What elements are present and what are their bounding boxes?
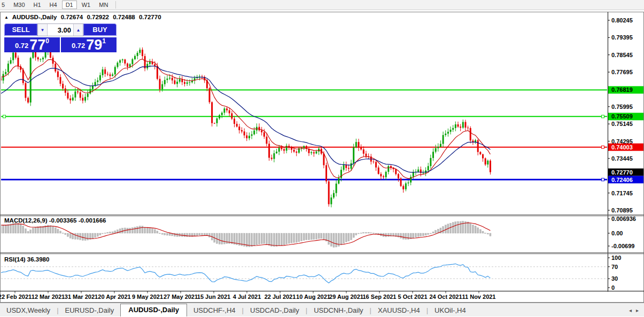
tab-scroll-right-icon[interactable]: ▸ xyxy=(636,307,639,313)
candle-body xyxy=(395,169,397,174)
hline-handle[interactable] xyxy=(602,178,604,181)
candle-body xyxy=(490,161,491,172)
candle-body xyxy=(159,79,161,89)
macd-histogram-bar xyxy=(460,221,461,233)
macd-histogram-bar xyxy=(298,233,300,242)
candle-body xyxy=(110,75,111,76)
macd-histogram-bar xyxy=(268,233,270,245)
macd-histogram-bar xyxy=(184,233,185,237)
candle-body xyxy=(219,115,220,118)
chart-tab-usdcnh-daily[interactable]: USDCNH-,Daily xyxy=(307,305,369,316)
macd-histogram-bar xyxy=(343,233,345,243)
rsi-pane[interactable] xyxy=(1,264,607,283)
chart-tab-ukoil-h4[interactable]: UKOil-,H4 xyxy=(428,305,472,316)
macd-pane[interactable] xyxy=(0,221,491,247)
macd-histogram-bar xyxy=(490,233,491,236)
tab-scroll-left-icon[interactable]: ◂ xyxy=(629,307,632,313)
candle-body xyxy=(223,108,225,113)
volume-decrement-button[interactable]: ▼ xyxy=(38,24,48,36)
macd-histogram-bar xyxy=(251,233,253,247)
macd-histogram-bar xyxy=(219,233,220,244)
macd-histogram-bar xyxy=(340,233,342,245)
sell-price-display[interactable]: 0.72 77 0 xyxy=(4,37,60,52)
candle-body xyxy=(7,64,9,72)
macd-histogram-bar xyxy=(336,233,337,247)
macd-histogram-bar xyxy=(443,226,444,233)
candle-body xyxy=(146,64,148,68)
macd-histogram-bar xyxy=(293,233,295,243)
candle-body xyxy=(417,170,419,172)
volume-increment-button[interactable]: ▲ xyxy=(73,24,83,36)
candle-body xyxy=(10,60,12,64)
chart-tab-usdcad-daily[interactable]: USDCAD-,Daily xyxy=(244,305,306,316)
macd-histogram-bar xyxy=(40,226,41,233)
candle-body xyxy=(17,58,19,66)
candle-body xyxy=(301,148,302,148)
candle-body xyxy=(353,147,354,163)
hline-handle[interactable] xyxy=(602,146,604,148)
candle-body xyxy=(142,50,143,56)
macd-histogram-bar xyxy=(417,233,419,236)
chart-tab-xauusd-h4[interactable]: XAUUSD-,H4 xyxy=(371,305,426,316)
chart-tab-eurusd-daily[interactable]: EURUSD-,Daily xyxy=(59,305,121,316)
sell-price-big: 77 xyxy=(29,38,45,52)
candle-body xyxy=(343,165,345,170)
sell-button[interactable]: SELL xyxy=(4,23,37,36)
macd-histogram-bar xyxy=(475,226,476,233)
macd-histogram-bar xyxy=(353,233,354,237)
candle-body xyxy=(470,128,471,140)
macd-histogram-bar xyxy=(97,233,98,236)
collapse-icon[interactable]: ▲ xyxy=(4,15,9,20)
chart-tab-usdchf-h4[interactable]: USDCHF-,H4 xyxy=(187,305,242,316)
macd-histogram-bar xyxy=(315,233,317,239)
hline-handle[interactable] xyxy=(602,115,604,118)
hline-handle[interactable] xyxy=(3,115,6,118)
macd-histogram-bar xyxy=(328,233,330,244)
chart-tab-audusd-daily[interactable]: AUDUSD-,Daily xyxy=(120,304,187,316)
macd-histogram-bar xyxy=(37,227,39,233)
macd-histogram-bar xyxy=(87,233,89,240)
time-axis[interactable] xyxy=(0,292,608,303)
macd-histogram-bar xyxy=(5,225,6,233)
candle-body xyxy=(57,72,59,77)
macd-histogram-bar xyxy=(355,233,357,235)
macd-histogram-bar xyxy=(482,231,484,233)
candle-body xyxy=(408,183,409,184)
ma-fast-line xyxy=(1,59,490,179)
candle-body xyxy=(430,158,431,166)
candle-body xyxy=(154,64,156,66)
candle-body xyxy=(447,132,449,133)
macd-histogram-bar xyxy=(425,233,426,235)
macd-histogram-bar xyxy=(422,233,424,236)
candle-body xyxy=(432,152,434,158)
candle-body xyxy=(244,131,245,135)
macd-histogram-bar xyxy=(281,233,282,245)
candle-body xyxy=(467,128,469,128)
macd-signal-line xyxy=(1,223,490,246)
candle-body xyxy=(241,130,243,131)
chart-tab-usdx-weekly[interactable]: USDX,Weekly xyxy=(0,305,57,316)
macd-histogram-bar xyxy=(137,227,138,233)
volume-input[interactable] xyxy=(48,24,73,36)
candle-body xyxy=(296,152,297,153)
candle-body xyxy=(464,122,466,128)
candle-body xyxy=(278,148,280,152)
chart-tab-bar: USDX,Weekly|EURUSD-,DailyAUDUSD-,DailyUS… xyxy=(0,303,644,316)
buy-price-display[interactable]: 0.72 79 1 xyxy=(61,37,117,52)
high-value: 0.72922 xyxy=(87,14,109,20)
macd-histogram-bar xyxy=(263,233,265,244)
macd-histogram-bar xyxy=(253,233,255,246)
main-price-pane[interactable] xyxy=(0,47,607,208)
buy-price-base: 0.72 xyxy=(72,40,85,52)
candle-body xyxy=(112,74,113,76)
candle-body xyxy=(172,78,173,81)
buy-button[interactable]: BUY xyxy=(83,23,117,36)
price-axis[interactable] xyxy=(608,12,644,291)
macd-histogram-bar xyxy=(477,228,479,233)
sell-price-sup: 0 xyxy=(45,38,49,44)
candle-body xyxy=(12,53,14,60)
candle-body xyxy=(281,148,282,149)
macd-histogram-bar xyxy=(363,232,364,233)
candle-body xyxy=(383,176,384,177)
macd-histogram-bar xyxy=(187,233,188,237)
